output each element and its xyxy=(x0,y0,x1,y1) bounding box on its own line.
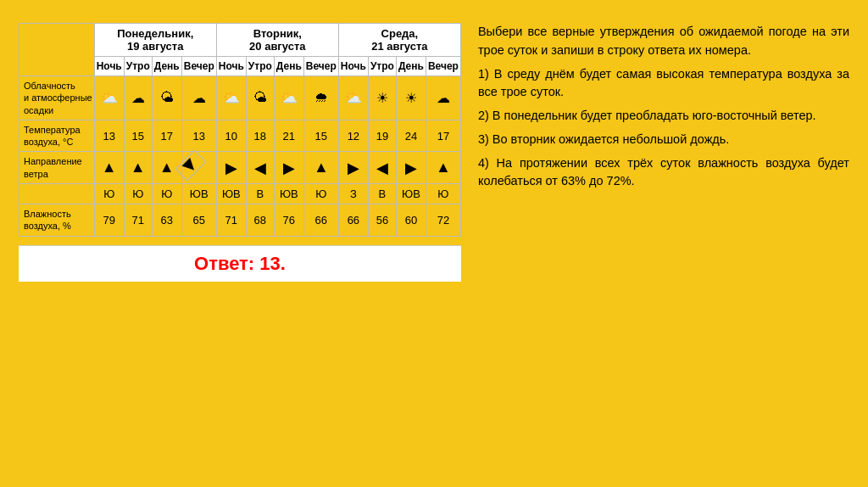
tue-night-temp: 10 xyxy=(216,120,246,152)
wed-morn-temp: 19 xyxy=(368,120,396,152)
wed-night-wind: З xyxy=(338,184,368,204)
intro-text: Выбери все верные утверждения об ожидаем… xyxy=(478,23,849,60)
wed-morning: Утро xyxy=(368,57,396,76)
mon-night-wind: Ю xyxy=(94,184,124,204)
wed-eve-hum: 72 xyxy=(426,204,460,237)
tue-evening: Вечер xyxy=(303,57,338,76)
item-4: 4) На протяжении всех трёх суток влажнос… xyxy=(478,154,849,192)
wind-label-empty xyxy=(19,184,95,204)
wed-day-wind: ЮВ xyxy=(396,184,426,204)
tue-morn-wind-arrow: ◀ xyxy=(246,152,274,184)
tue-night: Ночь xyxy=(216,57,246,76)
mon-day-cloud: 🌤 xyxy=(152,76,181,120)
tue-eve-cloud: 🌧 xyxy=(303,76,338,120)
tue-day: День xyxy=(274,57,303,76)
tue-day-wind: ЮВ xyxy=(274,184,303,204)
tue-eve-wind-arrow: ▲ xyxy=(303,152,338,184)
mon-night-cloud: ⛅ xyxy=(94,76,124,120)
tue-morn-cloud: 🌤 xyxy=(246,76,274,120)
item-2: 2) В понедельник будет преобладать юго-в… xyxy=(478,107,849,126)
item-1: 1) В среду днём будет самая высокая темп… xyxy=(478,65,849,103)
mon-eve-cloud: ☁ xyxy=(181,76,216,120)
tue-day-hum: 76 xyxy=(274,204,303,237)
wed-night-hum: 66 xyxy=(338,204,368,237)
item-3: 3) Во вторник ожидается небольшой дождь. xyxy=(478,131,849,149)
wed-eve-cloud: ☁ xyxy=(426,76,460,120)
cloudiness-label: Облачностьи атмосферныеосадки xyxy=(19,76,95,120)
mon-day-temp: 17 xyxy=(152,120,181,152)
mon-morn-wind: Ю xyxy=(124,184,152,204)
tue-eve-wind: Ю xyxy=(303,184,338,204)
wed-eve-wind-arrow: ▲ xyxy=(426,152,460,184)
wed-eve-wind: Ю xyxy=(426,184,460,204)
wed-morn-wind: В xyxy=(368,184,396,204)
mon-eve-hum: 65 xyxy=(181,204,216,237)
mon-morn-wind-arrow: ▲ xyxy=(124,152,152,184)
tue-day-cloud: ⛅ xyxy=(274,76,303,120)
tue-day-temp: 21 xyxy=(274,120,303,152)
humidity-label: Влажностьвоздуха, % xyxy=(19,204,95,237)
mon-night-wind-arrow: ▲ xyxy=(94,152,124,184)
wed-evening: Вечер xyxy=(426,57,460,76)
mon-night: Ночь xyxy=(94,57,124,76)
wed-day-wind-arrow: ▶ xyxy=(396,152,426,184)
weather-table: Понедельник, 19 августа Вторник, 20 авгу… xyxy=(19,23,461,237)
mon-eve-temp: 13 xyxy=(181,120,216,152)
tuesday-header: Вторник, 20 августа xyxy=(216,24,338,57)
mon-morning: Утро xyxy=(124,57,152,76)
wed-night-cloud: ⛅ xyxy=(338,76,368,120)
wed-morn-cloud: ☀ xyxy=(368,76,396,120)
tue-day-wind-arrow: ▶ xyxy=(274,152,303,184)
wed-night-wind-arrow: ▶ xyxy=(338,152,368,184)
answer-text: Ответ: 13. xyxy=(194,253,286,274)
wind-dir-label: Направлениеветра xyxy=(19,152,95,184)
tue-eve-hum: 66 xyxy=(303,204,338,237)
tue-morn-wind: В xyxy=(246,184,274,204)
tue-morn-hum: 68 xyxy=(246,204,274,237)
wednesday-header: Среда, 21 августа xyxy=(338,24,460,57)
temp-label: Температуравоздуха, °C xyxy=(19,120,95,152)
wed-night: Ночь xyxy=(338,57,368,76)
wed-morn-hum: 56 xyxy=(368,204,396,237)
wed-day-temp: 24 xyxy=(396,120,426,152)
wed-day-cloud: ☀ xyxy=(396,76,426,120)
tue-night-wind: ЮВ xyxy=(216,184,246,204)
tue-night-wind-arrow: ▶ xyxy=(216,152,246,184)
monday-header: Понедельник, 19 августа xyxy=(94,24,216,57)
mon-morn-cloud: ☁ xyxy=(124,76,152,120)
wed-day-hum: 60 xyxy=(396,204,426,237)
mon-morn-temp: 15 xyxy=(124,120,152,152)
mon-day-hum: 63 xyxy=(152,204,181,237)
wed-morn-wind-arrow: ◀ xyxy=(368,152,396,184)
wed-eve-temp: 17 xyxy=(426,120,460,152)
mon-eve-wind: ЮВ xyxy=(181,184,216,204)
mon-day-wind: Ю xyxy=(152,184,181,204)
tue-morning: Утро xyxy=(246,57,274,76)
mon-day: День xyxy=(152,57,181,76)
tue-morn-temp: 18 xyxy=(246,120,274,152)
tue-night-hum: 71 xyxy=(216,204,246,237)
tue-night-cloud: ⛅ xyxy=(216,76,246,120)
mon-night-temp: 13 xyxy=(94,120,124,152)
wed-night-temp: 12 xyxy=(338,120,368,152)
tue-eve-temp: 15 xyxy=(303,120,338,152)
answer-section: Ответ: 13. xyxy=(19,245,461,282)
mon-evening: Вечер xyxy=(181,57,216,76)
mon-morn-hum: 71 xyxy=(124,204,152,237)
wed-day: День xyxy=(396,57,426,76)
mon-night-hum: 79 xyxy=(94,204,124,237)
empty-header xyxy=(19,24,95,76)
right-text-section: Выбери все верные утверждения об ожидаем… xyxy=(478,23,849,196)
